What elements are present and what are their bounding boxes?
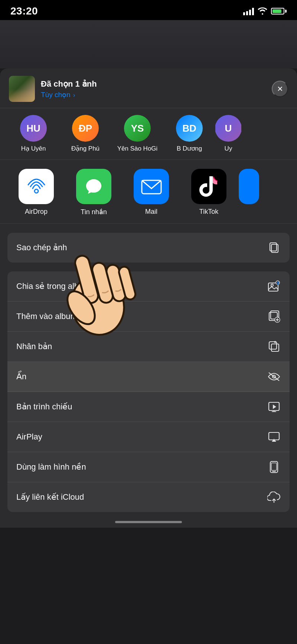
action-copy-photo[interactable]: Sao chép ảnh: [7, 233, 290, 263]
avatar-dang-phu: ĐP: [72, 115, 99, 142]
app-messages[interactable]: Tin nhắn: [65, 169, 123, 216]
app-airdrop[interactable]: AirDrop: [7, 169, 65, 216]
share-header-left: Đã chọn 1 ảnh Tùy chọn ›: [9, 76, 97, 102]
action-group-1: Sao chép ảnh: [7, 233, 290, 263]
icloud-link-icon: [267, 490, 281, 504]
airplay-icon: [267, 430, 281, 444]
duplicate-icon: [267, 340, 281, 353]
copy-photo-label: Sao chép ảnh: [16, 243, 67, 252]
messages-svg: [84, 176, 104, 197]
avatar-b-duong: BD: [176, 115, 203, 142]
contact-name-ha-uyen: Hạ Uyên: [21, 145, 46, 153]
photo-thumbnail: [9, 76, 35, 102]
app-tiktok[interactable]: TikTok: [180, 169, 238, 216]
airplay-label: AirPlay: [16, 432, 42, 442]
contact-b-duong[interactable]: BD B Dương: [163, 115, 215, 153]
partial-app-icon: [239, 169, 259, 204]
action-slideshow[interactable]: Bản trình chiếu: [7, 392, 290, 422]
messages-icon: [76, 169, 111, 204]
mail-svg: [140, 177, 163, 196]
svg-rect-13: [271, 344, 279, 351]
mail-label: Mail: [145, 208, 157, 216]
wifi-icon: [258, 7, 267, 15]
share-title-group: Đã chọn 1 ảnh Tùy chọn ›: [41, 79, 97, 99]
status-icons: [243, 7, 287, 15]
avatar-uy: U: [215, 115, 241, 142]
airdrop-icon: [19, 169, 54, 204]
airdrop-label: AirDrop: [25, 208, 48, 216]
share-title: Đã chọn 1 ảnh: [41, 79, 97, 89]
status-time: 23:20: [10, 5, 38, 17]
contact-name-b-duong: B Dương: [177, 145, 202, 153]
svg-point-0: [35, 189, 38, 193]
action-share-album[interactable]: Chia sẻ trong album 👤: [7, 271, 290, 302]
wallpaper-icon: [267, 460, 281, 474]
slideshow-label: Bản trình chiếu: [16, 402, 72, 412]
chevron-icon: ›: [73, 92, 75, 98]
add-album-icon: [267, 310, 281, 323]
contact-ha-uyen[interactable]: HU Hạ Uyên: [7, 115, 59, 153]
svg-point-5: [271, 284, 273, 286]
share-album-label: Chia sẻ trong album: [16, 281, 90, 291]
action-group-2: Chia sẻ trong album 👤 Thêm vào album: [7, 271, 290, 512]
contact-yen-sao[interactable]: YS Yên Sào HoGi: [111, 115, 163, 153]
slideshow-icon: [267, 400, 281, 413]
icloud-link-label: Lấy liên kết iCloud: [16, 492, 84, 502]
share-sheet: Đã chọn 1 ảnh Tùy chọn › ✕ HU Hạ Uyên ĐP…: [0, 68, 297, 528]
contact-name-yen-sao: Yên Sào HoGi: [117, 145, 158, 153]
close-button[interactable]: ✕: [272, 81, 288, 97]
mail-icon: [134, 169, 169, 204]
wallpaper-label: Dùng làm hình nền: [16, 462, 86, 472]
avatar-yen-sao: YS: [124, 115, 151, 142]
battery-icon: [271, 8, 287, 15]
action-add-album[interactable]: Thêm vào album: [7, 302, 290, 332]
action-duplicate[interactable]: Nhân bản: [7, 332, 290, 362]
add-album-label: Thêm vào album: [16, 312, 77, 321]
action-hide[interactable]: Ẩn: [7, 362, 290, 392]
close-icon: ✕: [277, 84, 283, 93]
contacts-row: HU Hạ Uyên ĐP Đặng Phú YS Yên Sào HoGi B…: [0, 108, 297, 160]
apps-row: AirDrop Tin nhắn Mail: [0, 160, 297, 224]
app-mail[interactable]: Mail: [123, 169, 180, 216]
share-options-link[interactable]: Tùy chọn ›: [41, 90, 97, 99]
tiktok-svg: [199, 174, 219, 199]
hide-icon: [267, 370, 281, 383]
share-album-icon: 👤: [267, 280, 281, 293]
hide-label: Ẩn: [16, 372, 26, 381]
contact-name-dang-phu: Đặng Phú: [71, 145, 99, 153]
signal-bars-icon: [243, 7, 254, 15]
messages-label: Tin nhắn: [81, 208, 107, 216]
avatar-ha-uyen: HU: [20, 115, 47, 142]
copy-photo-icon: [267, 241, 281, 254]
contact-uy-partial[interactable]: U Uy: [215, 115, 241, 153]
action-airplay[interactable]: AirPlay: [7, 422, 290, 452]
share-header: Đã chọn 1 ảnh Tùy chọn › ✕: [0, 68, 297, 108]
status-bar: 23:20: [0, 0, 297, 20]
svg-text:👤: 👤: [276, 281, 280, 285]
home-indicator: [115, 521, 182, 523]
svg-marker-20: [273, 405, 276, 409]
app-partial[interactable]: [238, 169, 260, 204]
tiktok-label: TikTok: [199, 208, 218, 216]
action-wallpaper[interactable]: Dùng làm hình nền: [7, 452, 290, 482]
svg-rect-26: [271, 463, 277, 470]
tiktok-icon: [191, 169, 226, 204]
contact-dang-phu[interactable]: ĐP Đặng Phú: [59, 115, 111, 153]
contact-name-uy: Uy: [225, 145, 232, 153]
airdrop-svg: [25, 176, 48, 198]
background-content: [0, 20, 297, 68]
action-icloud-link[interactable]: Lấy liên kết iCloud: [7, 482, 290, 512]
svg-line-18: [269, 373, 279, 381]
duplicate-label: Nhân bản: [16, 342, 52, 351]
